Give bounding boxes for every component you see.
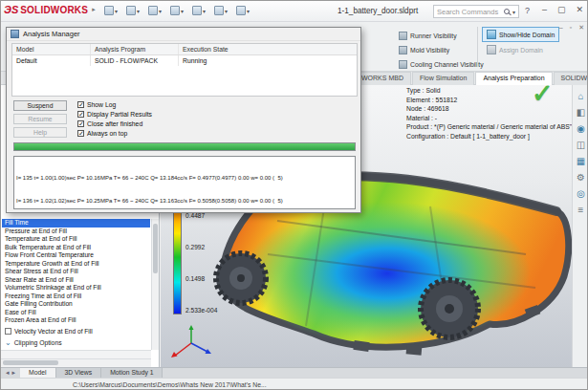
menu-expand-icon[interactable]: ▸: [92, 6, 96, 13]
options-icon[interactable]: ▾: [236, 6, 250, 15]
settings-gear-icon[interactable]: ⚙: [577, 172, 585, 183]
tab-scroll-nav: ◂ ▸: [1, 368, 20, 378]
result-item[interactable]: Gate Filling Contribution: [2, 300, 150, 309]
section-view-icon[interactable]: ◫: [577, 140, 585, 150]
chevron-down-icon[interactable]: ⌄: [5, 340, 11, 346]
tab-solidworks-more[interactable]: SOLIDWORKS...: [554, 72, 588, 85]
scrollbar-thumb[interactable]: [153, 224, 158, 273]
domain-group: Show/Hide Domain Assign Domain: [482, 27, 559, 57]
scrollbar-thumb[interactable]: [3, 360, 58, 365]
result-item[interactable]: Shear Stress at End of Fill: [2, 268, 150, 276]
assign-domain-button[interactable]: Assign Domain: [482, 42, 559, 57]
help-icon[interactable]: ?: [525, 6, 530, 15]
legend-value: 0.2992: [185, 244, 205, 250]
grid-icon[interactable]: ▦: [577, 156, 585, 166]
doc-restore-icon[interactable]: ▫: [570, 24, 572, 32]
cooling-channel-icon: [399, 60, 407, 69]
cooling-channel-visibility-button[interactable]: Cooling Channel Visibility: [399, 57, 484, 72]
mold-visibility-button[interactable]: Mold Visibility: [399, 43, 484, 57]
runner-visibility-button[interactable]: Runner Visibility: [399, 29, 484, 43]
cell-model: Default: [12, 55, 91, 66]
info-material: Material : -: [406, 114, 572, 123]
result-item[interactable]: Volumetric Shrinkage at End of Fill: [2, 284, 150, 292]
doc-minimize-icon[interactable]: –: [559, 24, 563, 32]
result-item[interactable]: Temperature at End of Fill: [2, 235, 150, 244]
solidworks-window: ЭS SOLIDWORKS ▸ ▾ ▾ ▾ ▾ ▾ ▾ ▾ 1-1_batter…: [0, 0, 588, 390]
close-button[interactable]: ✕: [576, 5, 583, 14]
suspend-button[interactable]: Suspend: [13, 100, 67, 111]
document-title: 1-1_battery_door.sldprt: [338, 7, 418, 15]
tab-flow-simulation[interactable]: Flow Simulation: [412, 72, 474, 85]
tab-prev-icon[interactable]: ◂: [6, 369, 10, 377]
solver-log-output[interactable]: I= 135 t= 1.00(1.00)sec P= 10.16MPa T= 6…: [13, 156, 356, 209]
result-item[interactable]: Bulk Temperature at End of Fill: [2, 244, 150, 252]
checkbox-icon[interactable]: [5, 328, 11, 335]
new-file-icon[interactable]: ▾: [104, 6, 118, 15]
checkbox-checked-icon[interactable]: ✓: [77, 120, 84, 127]
print-icon[interactable]: ▾: [170, 6, 184, 15]
results-vertical-scrollbar[interactable]: [151, 219, 159, 350]
cell-analysis-program: SOLID - FLOW/PACK: [91, 55, 179, 66]
velocity-vector-checkbox[interactable]: Velocity Vector at End of Fill: [5, 328, 93, 335]
tab-motion-study[interactable]: Motion Study 1: [101, 368, 163, 378]
dialog-title: Analysis Manager: [23, 30, 80, 38]
quick-access-toolbar: ▾ ▾ ▾ ▾ ▾ ▾ ▾: [104, 6, 250, 15]
result-item[interactable]: Shear Rate at End of Fill: [2, 276, 150, 285]
analysis-success-check-icon: ✓: [532, 85, 554, 109]
solidworks-menu[interactable]: ЭS SOLIDWORKS ▸: [4, 4, 96, 15]
result-item-fill-time[interactable]: Fill Time: [2, 219, 150, 228]
checkbox-checked-icon[interactable]: ✓: [77, 111, 84, 118]
resume-button[interactable]: Resume: [13, 114, 67, 124]
legend-value: 0.4487: [185, 212, 205, 219]
target-icon[interactable]: ◎: [577, 188, 585, 199]
legend-value: 0.1498: [185, 275, 205, 282]
always-on-top-checkbox[interactable]: ✓ Always on top: [77, 130, 152, 137]
search-icon[interactable]: [504, 9, 510, 14]
tab-3d-views[interactable]: 3D Views: [56, 368, 102, 378]
home-icon[interactable]: ⌂: [577, 91, 583, 101]
result-item[interactable]: Pressure at End of Fill: [2, 228, 150, 236]
rebuild-icon[interactable]: ▾: [214, 6, 228, 15]
doc-close-icon[interactable]: ✕: [578, 24, 584, 32]
undo-icon[interactable]: ▾: [192, 6, 206, 15]
list-icon[interactable]: ≡: [578, 205, 584, 215]
results-horizontal-scrollbar[interactable]: [1, 358, 151, 366]
tab-model[interactable]: Model: [20, 368, 56, 378]
ribbon-separator: [477, 27, 478, 67]
gear-right-icon: [421, 280, 478, 337]
view-cube-icon[interactable]: ◧: [577, 107, 585, 118]
tab-analysis-preparation[interactable]: Analysis Preparation: [475, 72, 552, 85]
checkbox-checked-icon[interactable]: ✓: [77, 101, 84, 108]
open-file-icon[interactable]: ▾: [126, 6, 140, 15]
minimize-button[interactable]: –: [542, 5, 547, 14]
document-tabs-bar: ◂ ▸ Model 3D Views Motion Study 1: [1, 367, 588, 378]
help-button[interactable]: Help: [13, 127, 67, 138]
tab-next-icon[interactable]: ▸: [12, 369, 16, 377]
show-hide-domain-button[interactable]: Show/Hide Domain: [482, 27, 559, 42]
maximize-button[interactable]: ▢: [557, 5, 566, 14]
show-log-checkbox[interactable]: ✓ Show Log: [77, 101, 152, 108]
dialog-titlebar[interactable]: Analysis Manager: [7, 28, 360, 41]
gear-left-icon: [216, 253, 266, 303]
close-after-finished-checkbox[interactable]: ✓ Close after finished: [77, 120, 152, 127]
eye-icon[interactable]: ◉: [577, 123, 585, 134]
save-icon[interactable]: ▾: [148, 6, 162, 15]
display-partial-results-checkbox[interactable]: ✓ Display Partial Results: [77, 111, 152, 118]
analysis-manager-dialog: Analysis Manager Model Analysis Program …: [6, 27, 361, 213]
result-item[interactable]: Ease of Fill: [2, 309, 150, 317]
checkbox-checked-icon[interactable]: ✓: [77, 130, 84, 137]
col-model: Model: [12, 44, 91, 54]
visibility-group: Runner Visibility Mold Visibility Coolin…: [399, 29, 484, 72]
result-item[interactable]: Freezing Time at End of Fill: [2, 292, 150, 301]
result-item[interactable]: Frozen Area at End of Fill: [2, 316, 150, 325]
search-commands-box[interactable]: Search Commands ▾: [433, 5, 519, 18]
brand-name: SOLIDWORKS: [20, 5, 88, 15]
log-line: I= 136 t= 1.02(1.02)sec P= 10.25MPa T= 6…: [16, 197, 353, 205]
dialog-buttons: Suspend Resume Help: [13, 100, 67, 138]
search-dropdown-icon[interactable]: ▾: [512, 9, 515, 15]
table-row[interactable]: Default SOLID - FLOW/PACK Running: [12, 55, 357, 66]
clipping-options-header[interactable]: ⌄ Clipping Options: [5, 339, 62, 346]
result-item[interactable]: Temperature Growth at End of Fill: [2, 260, 150, 269]
result-item[interactable]: Flow Front Central Temperature: [2, 251, 150, 260]
mold-visibility-icon: [399, 46, 407, 54]
